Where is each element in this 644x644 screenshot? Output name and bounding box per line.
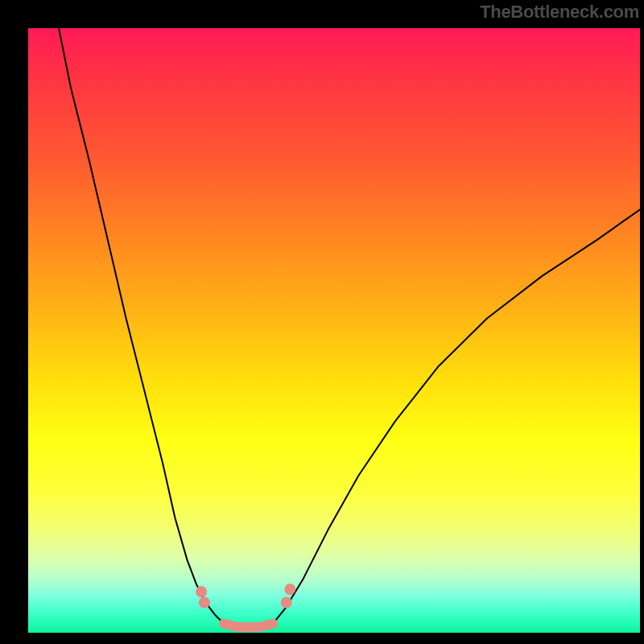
marker-right-beads — [284, 584, 295, 595]
chart-svg — [28, 28, 640, 633]
marker-left-beads — [199, 597, 210, 608]
series-group — [59, 28, 640, 627]
marker-right-beads — [281, 597, 292, 608]
watermark-text: TheBottleneck.com — [480, 2, 639, 23]
marker-left-beads — [196, 586, 207, 597]
plot-area — [28, 28, 640, 633]
chart-frame: TheBottleneck.com — [0, 0, 644, 644]
curve-left-curve — [59, 28, 224, 624]
curve-right-curve — [273, 209, 640, 623]
curve-bottom-connector — [224, 624, 273, 628]
